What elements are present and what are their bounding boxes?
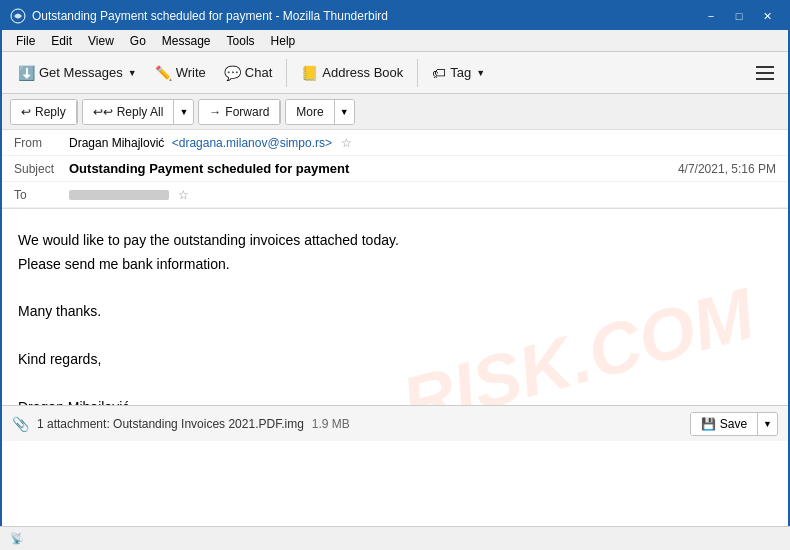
get-messages-icon: ⬇️ bbox=[18, 65, 35, 81]
reply-button[interactable]: ↩ Reply bbox=[11, 100, 77, 124]
menu-help[interactable]: Help bbox=[263, 32, 304, 50]
menu-go[interactable]: Go bbox=[122, 32, 154, 50]
subject-row: Subject Outstanding Payment scheduled fo… bbox=[2, 156, 788, 182]
hamburger-menu[interactable] bbox=[750, 58, 780, 88]
main-toolbar: ⬇️ Get Messages ▼ ✏️ Write 💬 Chat 📒 Addr… bbox=[2, 52, 788, 94]
write-button[interactable]: ✏️ Write bbox=[147, 56, 214, 90]
window-controls: − □ ✕ bbox=[698, 7, 780, 25]
menu-file[interactable]: File bbox=[8, 32, 43, 50]
save-icon: 💾 bbox=[701, 417, 716, 431]
tag-button[interactable]: 🏷 Tag ▼ bbox=[424, 56, 493, 90]
subject-label: Subject bbox=[14, 162, 69, 176]
reply-all-dropdown[interactable]: ▼ bbox=[174, 100, 193, 124]
body-line-2: Please send me bank information. bbox=[18, 253, 772, 277]
subject-value: Outstanding Payment scheduled for paymen… bbox=[69, 161, 678, 176]
status-icon: 📡 bbox=[10, 532, 24, 545]
body-line-1: We would like to pay the outstanding inv… bbox=[18, 229, 772, 253]
save-dropdown[interactable]: ▼ bbox=[758, 413, 777, 435]
get-messages-button[interactable]: ⬇️ Get Messages ▼ bbox=[10, 56, 145, 90]
close-button[interactable]: ✕ bbox=[754, 7, 780, 25]
address-book-button[interactable]: 📒 Address Book bbox=[293, 56, 411, 90]
address-book-icon: 📒 bbox=[301, 65, 318, 81]
reply-all-split-button: ↩↩ Reply All ▼ bbox=[82, 99, 195, 125]
app-icon bbox=[10, 8, 26, 24]
sender-name: Dragan Mihajlović bbox=[69, 136, 164, 150]
from-label: From bbox=[14, 136, 69, 150]
to-label: To bbox=[14, 188, 69, 202]
title-bar: Outstanding Payment scheduled for paymen… bbox=[2, 2, 788, 30]
hamburger-line-1 bbox=[756, 66, 774, 68]
toolbar-sep-2 bbox=[417, 59, 418, 87]
hamburger-line-3 bbox=[756, 78, 774, 80]
attachment-bar: 📎 1 attachment: Outstanding Invoices 202… bbox=[2, 405, 788, 441]
body-line-4: Kind regards, bbox=[18, 348, 772, 372]
save-split-button: 💾 Save ▼ bbox=[690, 412, 778, 436]
get-messages-dropdown: ▼ bbox=[128, 68, 137, 78]
email-header: From Dragan Mihajlović <dragana.milanov@… bbox=[2, 130, 788, 209]
hamburger-line-2 bbox=[756, 72, 774, 74]
window-title: Outstanding Payment scheduled for paymen… bbox=[32, 9, 698, 23]
attachment-size: 1.9 MB bbox=[312, 417, 350, 431]
action-toolbar: ↩ Reply ↩↩ Reply All ▼ → Forward More ▼ bbox=[2, 94, 788, 130]
tag-dropdown: ▼ bbox=[476, 68, 485, 78]
body-line-3: Many thanks. bbox=[18, 300, 772, 324]
minimize-button[interactable]: − bbox=[698, 7, 724, 25]
toolbar-sep-1 bbox=[286, 59, 287, 87]
reply-icon: ↩ bbox=[21, 105, 31, 119]
forward-split-button: → Forward bbox=[198, 99, 281, 125]
from-row: From Dragan Mihajlović <dragana.milanov@… bbox=[2, 130, 788, 156]
attachment-icon: 📎 bbox=[12, 416, 29, 432]
to-value: ☆ bbox=[69, 188, 776, 202]
more-split-button: More ▼ bbox=[285, 99, 354, 125]
reply-all-button[interactable]: ↩↩ Reply All bbox=[83, 100, 175, 124]
more-dropdown[interactable]: ▼ bbox=[335, 100, 354, 124]
tag-icon: 🏷 bbox=[432, 65, 446, 81]
reply-split-button: ↩ Reply bbox=[10, 99, 78, 125]
sender-email: <dragana.milanov@simpo.rs> bbox=[172, 136, 332, 150]
chat-button[interactable]: 💬 Chat bbox=[216, 56, 280, 90]
menu-message[interactable]: Message bbox=[154, 32, 219, 50]
more-button[interactable]: More bbox=[286, 100, 334, 124]
recipient-redacted bbox=[69, 190, 169, 200]
menu-edit[interactable]: Edit bbox=[43, 32, 80, 50]
forward-button[interactable]: → Forward bbox=[199, 100, 280, 124]
from-value: Dragan Mihajlović <dragana.milanov@simpo… bbox=[69, 136, 776, 150]
forward-icon: → bbox=[209, 105, 221, 119]
save-button[interactable]: 💾 Save bbox=[691, 413, 758, 435]
menu-tools[interactable]: Tools bbox=[219, 32, 263, 50]
to-star-icon[interactable]: ☆ bbox=[178, 188, 189, 202]
menu-bar: File Edit View Go Message Tools Help bbox=[2, 30, 788, 52]
attachment-filename: 1 attachment: Outstanding Invoices 2021.… bbox=[37, 417, 304, 431]
maximize-button[interactable]: □ bbox=[726, 7, 752, 25]
chat-icon: 💬 bbox=[224, 65, 241, 81]
email-date: 4/7/2021, 5:16 PM bbox=[678, 162, 776, 176]
write-icon: ✏️ bbox=[155, 65, 172, 81]
to-row: To ☆ bbox=[2, 182, 788, 208]
status-bar: 📡 bbox=[0, 526, 790, 550]
reply-all-icon: ↩↩ bbox=[93, 105, 113, 119]
menu-view[interactable]: View bbox=[80, 32, 122, 50]
from-star-icon[interactable]: ☆ bbox=[341, 136, 352, 150]
email-content-wrapper: We would like to pay the outstanding inv… bbox=[2, 209, 788, 465]
